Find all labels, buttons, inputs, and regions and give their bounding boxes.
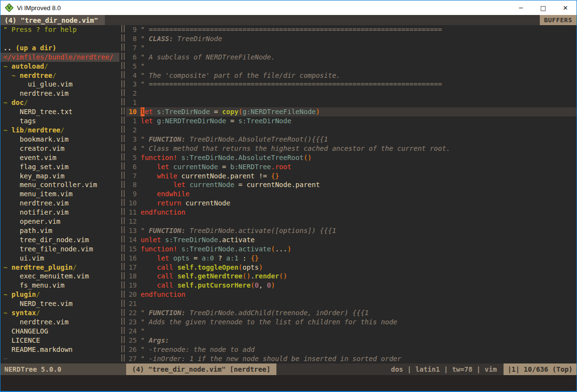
tree-file-autoload-nerdtree-vim[interactable]: nerdtree.vim [0, 89, 119, 98]
nerdtree-panel[interactable]: " Press ? for help.. (up a dir)</vimfile… [0, 25, 119, 363]
code-line[interactable]: 24" [126, 327, 577, 336]
tree-file-licence[interactable]: LICENCE [0, 336, 119, 345]
code-line[interactable]: 19 call self.putCursorHere(0, 0) [126, 281, 577, 290]
code-line[interactable]: 2 [126, 89, 577, 98]
text-token: / [44, 62, 48, 70]
tree-file-tree-file-node[interactable]: tree_file_node.vim [0, 245, 119, 254]
code-line[interactable]: 8 let currentNode = currentNode.parent [126, 180, 577, 189]
close-button[interactable]: ✕ [554, 0, 577, 15]
code-line[interactable]: 8" CLASS: TreeDirNode [126, 34, 577, 44]
tree-dir-syntax[interactable]: ~ syntax/ [0, 308, 119, 318]
code-token: ( [238, 263, 242, 272]
tree-filler[interactable]: ~ [0, 354, 119, 363]
tree-file-key-map[interactable]: key_map.vim [0, 172, 119, 181]
code-token [141, 281, 157, 290]
code-line[interactable]: 1 [126, 98, 577, 107]
code-line[interactable]: 25" Args: [126, 336, 577, 345]
code-line[interactable]: 6 let currentNode = b:NERDTree.root [126, 162, 577, 172]
code-token: while [157, 172, 177, 181]
tree-dir-autoload-nerdtree[interactable]: ~ nerdtree/ [0, 71, 119, 80]
tree-file-tags[interactable]: tags [0, 116, 119, 126]
code-line[interactable]: 9 endwhile [126, 189, 577, 199]
code-token: TreeDirNode.AbsoluteTreeRoot(){{{1 [186, 135, 328, 144]
tree-file-lib-nerdtree-vim[interactable]: nerdtree.vim [0, 199, 119, 208]
tree-dir-plugin[interactable]: ~ plugin/ [0, 290, 119, 299]
tree-dir-nerdtree-plugin[interactable]: ~ nerdtree_plugin/ [0, 263, 119, 272]
code-line[interactable]: 7 while currentNode.parent != {} [126, 172, 577, 181]
code-line[interactable]: 4" Class method that returns the highest… [126, 144, 577, 153]
text-token: README.markdown [3, 346, 72, 353]
tree-file-creator[interactable]: creator.vim [0, 144, 119, 153]
text-token: ~ [3, 99, 12, 106]
line-number: 6 [126, 53, 137, 62]
tree-file-changelog[interactable]: CHANGELOG [0, 327, 119, 336]
tree-file-path[interactable]: path.vim [0, 226, 119, 235]
tree-dir-doc[interactable]: ~ doc/ [0, 98, 119, 107]
tree-file-syntax-nerdtree-vim[interactable]: nerdtree.vim [0, 318, 119, 327]
code-line[interactable]: 3" =====================================… [126, 80, 577, 89]
window-separator[interactable] [119, 25, 126, 363]
code-line[interactable]: 14unlet s:TreeDirNode.activate [126, 235, 577, 245]
tree-file-menu-controller[interactable]: menu_controller.vim [0, 180, 119, 189]
code-token: {} [251, 254, 259, 263]
tree-file-nerd-tree-vim[interactable]: NERD_tree.vim [0, 299, 119, 308]
code-line[interactable]: 17 call self.toggleOpen(opts) [126, 263, 577, 272]
tree-file-readme[interactable]: README.markdown [0, 345, 119, 354]
tab-tree-dir-node[interactable]: (4) "tree_dir_node.vim" [0, 15, 105, 25]
text-token: tags [3, 117, 36, 125]
code-line[interactable]: 21 [126, 299, 577, 308]
tree-file-menu-item[interactable]: menu_item.vim [0, 189, 119, 199]
code-line[interactable]: 15function! s:TreeDirNode.activate(...) [126, 245, 577, 254]
minimize-button[interactable]: ─ [510, 0, 532, 15]
code-token: Args: [149, 336, 169, 345]
code-line[interactable]: 27" -inOrder: 1 if the new node should b… [126, 354, 577, 363]
code-line[interactable]: 10let s:TreeDirNode = copy(g:NERDTreeFil… [126, 107, 577, 116]
code-token: a:1 [226, 254, 238, 263]
code-line[interactable]: 13" FUNCTION: TreeDirNode.activate([opti… [126, 226, 577, 235]
tree-file-flag-set[interactable]: flag_set.vim [0, 162, 119, 172]
tree-dir-lib-nerdtree[interactable]: ~ lib/nerdtree/ [0, 126, 119, 135]
code-line[interactable]: 1let g:NERDTreeDirNode = s:TreeDirNode [126, 116, 577, 126]
tree-file-tree-dir-node[interactable]: tree_dir_node.vim [0, 235, 119, 245]
tree-file-ui[interactable]: ui.vim [0, 254, 119, 263]
code-line[interactable]: 9" =====================================… [126, 25, 577, 34]
code-line[interactable]: 7" [126, 44, 577, 53]
code-line[interactable]: 3" FUNCTION: TreeDirNode.AbsoluteTreeRoo… [126, 135, 577, 144]
tree-file-bookmark[interactable]: bookmark.vim [0, 135, 119, 144]
code-line[interactable]: 5" [126, 62, 577, 71]
code-token: " -inOrder: 1 if the new node should be … [141, 354, 401, 363]
code-token: et [144, 107, 153, 116]
code-line[interactable]: 11endfunction [126, 208, 577, 217]
code-token: () [279, 272, 288, 281]
code-line[interactable]: 20endfunction [126, 290, 577, 299]
command-line[interactable] [0, 375, 577, 391]
code-area[interactable]: 9" =====================================… [126, 25, 577, 363]
code-line[interactable]: 16 let opts = a:0 ? a:1 : {} [126, 254, 577, 263]
tree-file-notifier[interactable]: notifier.vim [0, 208, 119, 217]
code-line[interactable]: 10 return currentNode [126, 199, 577, 208]
title-bar[interactable]: V Vi IMproved 8.0 ─ □ ✕ [0, 0, 577, 15]
tree-file-fs-menu[interactable]: fs_menu.vim [0, 281, 119, 290]
tree-file-opener[interactable]: opener.vim [0, 217, 119, 226]
maximize-button[interactable]: □ [532, 0, 554, 15]
tree-file-exec-menuitem[interactable]: exec_menuitem.vim [0, 272, 119, 281]
code-line[interactable]: 2 [126, 126, 577, 135]
code-line[interactable]: 5function! s:TreeDirNode.AbsoluteTreeRoo… [126, 153, 577, 162]
code-line[interactable]: 26" -treenode: the node to add [126, 345, 577, 354]
tree-up-dir[interactable]: .. (up a dir) [0, 44, 119, 53]
tree-dir-autoload[interactable]: ~ autoload/ [0, 62, 119, 71]
code-line[interactable]: 6" A subclass of NERDTreeFileNode. [126, 53, 577, 62]
code-line[interactable]: 4" The 'composite' part of the file/dir … [126, 71, 577, 80]
code-line[interactable]: 18 call self.getNerdtree().render() [126, 272, 577, 281]
tree-help-line[interactable]: " Press ? for help [0, 25, 119, 34]
tree-file-ui-glue[interactable]: ui_glue.vim [0, 80, 119, 89]
tree-root-path[interactable]: </vimfiles/bundle/nerdtree/ [0, 53, 119, 62]
tree-file-event[interactable]: event.vim [0, 153, 119, 162]
tree-file-nerd-tree-txt[interactable]: NERD_tree.txt [0, 107, 119, 116]
code-line[interactable]: 23" Adds the given treenode to the list … [126, 318, 577, 327]
code-line[interactable]: 12 [126, 217, 577, 226]
tree-blank-line[interactable] [0, 34, 119, 44]
text-token: event.vim [3, 154, 57, 161]
code-line[interactable]: 22" FUNCTION: TreeDirNode.addChild(treen… [126, 308, 577, 318]
code-token: .root [271, 162, 291, 172]
